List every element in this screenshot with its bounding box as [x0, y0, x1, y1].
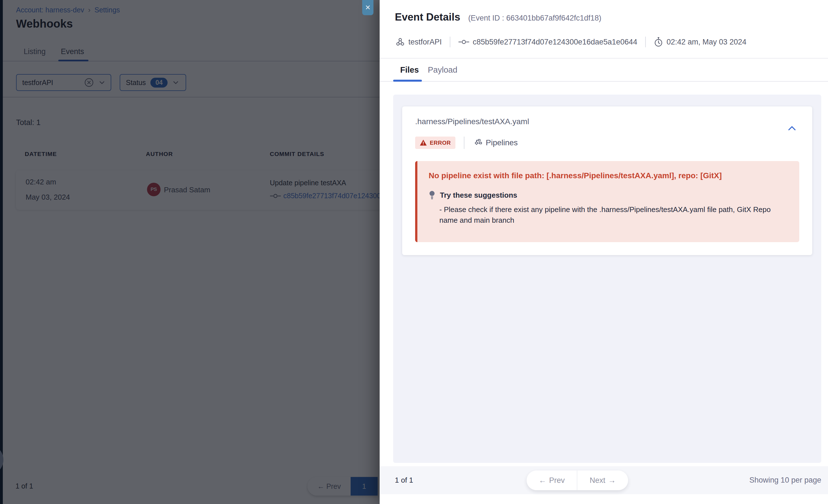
meta-webhook-name: testforAPI — [408, 38, 442, 46]
next-button[interactable]: Next → — [577, 470, 628, 490]
chevron-up-icon — [787, 125, 797, 132]
error-badge-label: ERROR — [430, 140, 451, 146]
pipelines-icon — [473, 138, 483, 148]
suggestions-header: Try these suggestions — [429, 190, 788, 200]
event-id-text: (Event ID : 663401bb67af9f642fc1df18) — [468, 14, 601, 23]
webhook-icon — [396, 37, 405, 47]
prev-button[interactable]: ← Prev — [527, 470, 577, 490]
footer-page-summary: 1 of 1 — [395, 476, 413, 485]
error-message-box: No pipeline exist with file path: [.harn… — [415, 161, 799, 242]
meta-commit-hash: c85b59fe27713f74d07e124300e16dae5a1e0644 — [473, 38, 637, 46]
event-details-drawer: ✕ Event Details (Event ID : 663401bb67af… — [380, 0, 828, 504]
meta-datetime: 02:42 am, May 03 2024 — [667, 38, 747, 46]
arrow-right-icon: → — [608, 476, 616, 485]
prev-label: Prev — [549, 476, 565, 485]
entity-label: Pipelines — [486, 138, 518, 147]
close-icon: ✕ — [365, 4, 371, 11]
files-tab-content: .harness/Pipelines/testAXA.yaml ERROR — [393, 95, 821, 463]
drawer-title: Event Details — [395, 11, 460, 23]
clock-icon — [654, 37, 663, 47]
tab-payload[interactable]: Payload — [428, 65, 457, 75]
drawer-header: Event Details (Event ID : 663401bb67af9f… — [395, 11, 601, 23]
arrow-left-icon: ← — [539, 476, 546, 485]
file-path: .harness/Pipelines/testAXA.yaml — [415, 117, 799, 126]
file-status-row: ERROR Pipelines — [415, 136, 799, 150]
warning-triangle-icon — [420, 139, 427, 146]
drawer-footer: 1 of 1 ← Prev Next → Showing 10 per page — [380, 466, 828, 494]
pager-buttons: ← Prev Next → — [527, 470, 628, 490]
divider — [450, 37, 450, 47]
collapse-card-button[interactable] — [786, 122, 798, 135]
suggestions-title: Try these suggestions — [440, 191, 518, 200]
lightbulb-icon — [429, 190, 436, 200]
error-status-badge: ERROR — [415, 136, 455, 149]
drawer-tabs: Files Payload — [380, 58, 828, 82]
close-drawer-button[interactable]: ✕ — [362, 0, 373, 15]
entity-type: Pipelines — [473, 138, 518, 148]
next-label: Next — [590, 476, 606, 485]
event-meta-row: testforAPI c85b59fe27713f74d07e124300e16… — [396, 36, 746, 48]
file-card: .harness/Pipelines/testAXA.yaml ERROR — [402, 107, 812, 255]
divider — [645, 37, 646, 47]
per-page-label: Showing 10 per page — [749, 476, 821, 485]
error-title: No pipeline exist with file path: [.harn… — [429, 171, 788, 180]
active-tab-underline — [393, 80, 422, 82]
tab-files[interactable]: Files — [400, 65, 419, 75]
suggestions-body: - Please check if there exist any pipeli… — [439, 204, 788, 225]
divider — [464, 136, 464, 149]
commit-icon — [458, 39, 469, 45]
